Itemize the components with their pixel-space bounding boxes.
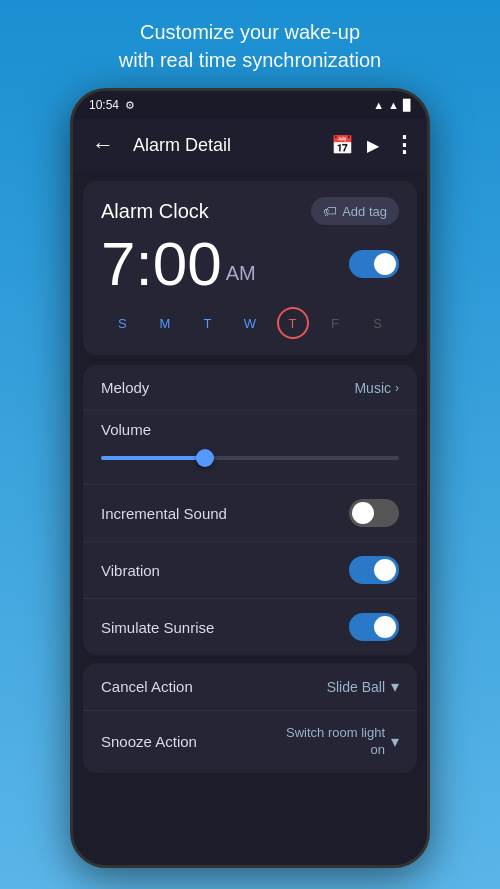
sound-settings-section: Melody Music › Volume — [83, 365, 417, 655]
cancel-action-label: Cancel Action — [101, 678, 193, 695]
vibration-label: Vibration — [101, 562, 160, 579]
alarm-card: Alarm Clock 🏷 Add tag 7:00 AM — [83, 181, 417, 355]
cancel-action-dropdown-icon: ▾ — [391, 677, 399, 696]
melody-row[interactable]: Melody Music › — [83, 365, 417, 411]
phone-frame: 10:54 ⚙ ▲ ▲ ▉ ← Alarm Detail 📅 ▶ ⋮ — [70, 88, 430, 868]
signal-icon: ▲ — [388, 99, 399, 111]
status-time: 10:54 — [89, 98, 119, 112]
nav-bar: ← Alarm Detail 📅 ▶ ⋮ — [73, 119, 427, 171]
wifi-icon: ▲ — [373, 99, 384, 111]
day-sat[interactable]: S — [362, 307, 394, 339]
volume-section: Volume — [83, 411, 417, 485]
snooze-action-row[interactable]: Snooze Action Switch room light on ▾ — [83, 711, 417, 773]
melody-chevron-icon: › — [395, 381, 399, 395]
melody-value: Music › — [354, 380, 399, 396]
days-row: S M T W T F S — [101, 307, 399, 339]
nav-title: Alarm Detail — [133, 135, 323, 156]
melody-label: Melody — [101, 379, 149, 396]
cancel-action-row[interactable]: Cancel Action Slide Ball ▾ — [83, 663, 417, 711]
day-tue[interactable]: T — [191, 307, 223, 339]
simulate-sunrise-label: Simulate Sunrise — [101, 619, 214, 636]
day-wed[interactable]: W — [234, 307, 266, 339]
back-button[interactable]: ← — [85, 132, 121, 158]
battery-icon: ▉ — [403, 99, 411, 112]
more-button[interactable]: ⋮ — [393, 132, 415, 158]
play-button[interactable]: ▶ — [367, 136, 379, 155]
header-text: Customize your wake-up with real time sy… — [79, 0, 421, 88]
day-thu[interactable]: T — [277, 307, 309, 339]
alarm-toggle[interactable] — [349, 250, 399, 278]
day-sun[interactable]: S — [106, 307, 138, 339]
alarm-time[interactable]: 7:00 — [101, 233, 222, 295]
volume-slider-thumb[interactable] — [196, 449, 214, 467]
snooze-action-label: Snooze Action — [101, 733, 197, 750]
status-bar: 10:54 ⚙ ▲ ▲ ▉ — [73, 91, 427, 119]
incremental-sound-row: Incremental Sound — [83, 485, 417, 542]
incremental-sound-label: Incremental Sound — [101, 505, 227, 522]
alarm-ampm: AM — [226, 262, 256, 285]
add-tag-button[interactable]: 🏷 Add tag — [311, 197, 399, 225]
simulate-sunrise-toggle[interactable] — [349, 613, 399, 641]
actions-section: Cancel Action Slide Ball ▾ Snooze Action… — [83, 663, 417, 773]
alarm-name: Alarm Clock — [101, 200, 209, 223]
simulate-sunrise-row: Simulate Sunrise — [83, 599, 417, 655]
incremental-sound-toggle[interactable] — [349, 499, 399, 527]
calendar-button[interactable]: 📅 — [331, 134, 353, 156]
vibration-toggle[interactable] — [349, 556, 399, 584]
vibration-row: Vibration — [83, 542, 417, 599]
volume-label: Volume — [101, 421, 399, 438]
day-fri[interactable]: F — [319, 307, 351, 339]
cancel-action-value: Slide Ball — [327, 679, 385, 695]
snooze-action-value: Switch room light — [286, 725, 385, 742]
settings-icon: ⚙ — [125, 99, 135, 112]
snooze-action-dropdown-icon: ▾ — [391, 732, 399, 751]
snooze-action-subvalue: on — [286, 742, 385, 759]
tag-icon: 🏷 — [323, 203, 337, 219]
day-mon[interactable]: M — [149, 307, 181, 339]
